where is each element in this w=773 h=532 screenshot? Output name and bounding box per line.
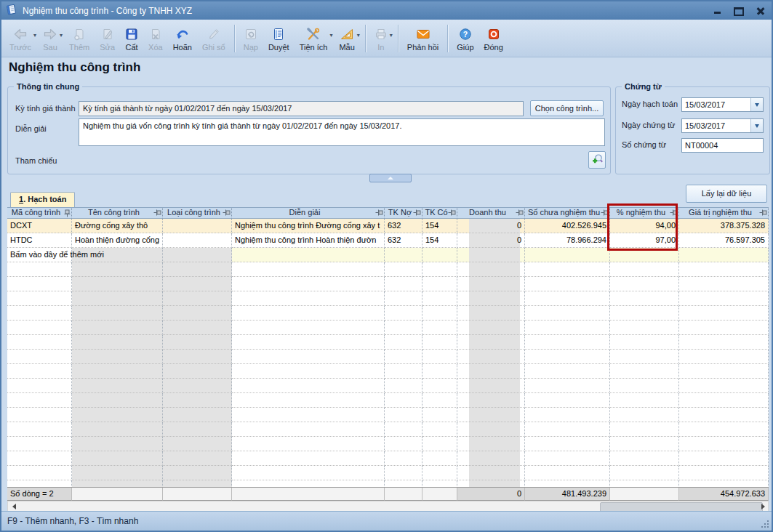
toolbar-separator <box>447 25 448 52</box>
choose-project-button[interactable]: Chọn công trình... <box>530 100 604 116</box>
toolbar-button-help[interactable]: ?Giúp <box>452 24 478 53</box>
toolbar-button-save[interactable]: Cất <box>120 24 143 53</box>
table-row[interactable]: HTDCHoàn thiện đường cốngNghiệm thu công… <box>7 233 769 248</box>
cell-value <box>679 335 769 350</box>
column-header-percent[interactable]: % nghiệm thu <box>610 208 679 219</box>
toolbar-button-utilities[interactable]: Tiện ích <box>295 24 333 53</box>
cell-debit <box>385 350 422 364</box>
cell-revenue <box>457 364 525 379</box>
cell-remaining[interactable]: 402.526.945 <box>525 219 610 233</box>
cell-name <box>72 451 163 466</box>
maximize-button[interactable] <box>734 5 744 17</box>
cell-desc[interactable] <box>232 248 385 262</box>
titlebar: Nghiệm thu công trình - Công ty TNHH XYZ <box>1 1 772 20</box>
delete-icon <box>149 26 162 42</box>
dropdown-caret-icon[interactable]: ▾ <box>357 32 360 39</box>
scroll-right-icon[interactable] <box>761 504 765 509</box>
cell-name <box>72 262 163 277</box>
toolbar-button-template[interactable]: Mẫu <box>334 24 359 53</box>
add-new-row[interactable]: Bấm vào đây để thêm mới <box>7 248 769 262</box>
cell-value <box>679 291 769 306</box>
close-window-button[interactable] <box>756 5 766 17</box>
cell-credit <box>422 393 457 408</box>
close-app-icon <box>487 26 500 42</box>
cell-name <box>72 393 163 408</box>
tab-hach-toan[interactable]: 1. Hạch toán <box>10 192 75 207</box>
cell-percent <box>610 393 679 408</box>
chevron-down-icon[interactable] <box>750 98 763 111</box>
dropdown-caret-icon[interactable]: ▾ <box>329 32 332 39</box>
cell-type[interactable] <box>163 219 232 233</box>
toolbar-button-approve[interactable]: Duyệt <box>263 24 295 53</box>
reload-data-button[interactable]: Lấy lại dữ liệu <box>686 185 767 203</box>
summary-cell-remaining: 481.493.239 <box>525 488 610 501</box>
table-row[interactable]: DCXTĐường cống xây thôNghiệm thu công tr… <box>7 219 769 233</box>
cell-desc[interactable]: Nghiệm thu công trình Đường cống xây t <box>232 219 385 233</box>
add-new-row-label[interactable]: Bấm vào đây để thêm mới <box>10 248 104 262</box>
column-header-desc[interactable]: Diễn giải <box>232 208 385 219</box>
cell-debit[interactable]: 632 <box>385 233 422 248</box>
cell-name <box>72 350 163 364</box>
column-header-revenue[interactable]: Doanh thu <box>457 208 525 219</box>
cell-desc <box>232 379 385 393</box>
resize-grip[interactable] <box>767 526 769 528</box>
cell-desc[interactable]: Nghiệm thu công trình Hoàn thiện đườn <box>232 233 385 248</box>
toolbar-button-feedback[interactable]: Phản hồi <box>402 24 444 53</box>
cell-remaining[interactable] <box>525 248 610 262</box>
cell-debit[interactable] <box>385 248 422 262</box>
summary-cell-revenue: 0 <box>457 488 525 501</box>
cell-revenue[interactable]: 0 <box>457 233 525 248</box>
column-header-code[interactable]: Mã công trình <box>7 208 72 219</box>
cell-credit[interactable]: 154 <box>422 233 457 248</box>
document-date-combo[interactable]: 15/03/2017 <box>681 118 764 133</box>
cell-remaining[interactable]: 78.966.294 <box>525 233 610 248</box>
cell-revenue <box>457 393 525 408</box>
cell-percent[interactable]: 94,00 <box>610 219 679 233</box>
cell-debit[interactable]: 632 <box>385 219 422 233</box>
cell-code[interactable]: HTDC <box>7 233 72 248</box>
posting-date-combo[interactable]: 15/03/2017 <box>681 97 764 112</box>
cell-code <box>7 422 72 437</box>
column-header-debit[interactable]: TK Nợ <box>385 208 422 219</box>
column-header-value[interactable]: Giá trị nghiệm thu <box>679 208 769 219</box>
cell-type[interactable] <box>163 248 232 262</box>
cell-credit[interactable] <box>422 248 457 262</box>
chevron-down-icon[interactable] <box>750 119 763 132</box>
cell-percent[interactable] <box>610 248 679 262</box>
document-no-field[interactable]: NT00004 <box>681 138 764 153</box>
toolbar-item: Sau▾ <box>38 24 64 53</box>
cell-value[interactable]: 76.597.305 <box>679 233 769 248</box>
column-header-remaining[interactable]: Số chưa nghiệm thu <box>525 208 610 219</box>
description-field[interactable]: Nghiệm thu giá vốn công trình kỳ tính gi… <box>79 118 605 146</box>
summary-cell-credit <box>422 488 457 501</box>
column-header-credit[interactable]: TK Có <box>422 208 457 219</box>
cell-remaining <box>525 393 610 408</box>
cell-name[interactable]: Hoàn thiện đường cống <box>72 233 163 248</box>
scroll-left-icon[interactable] <box>12 504 16 509</box>
cell-type[interactable] <box>163 233 232 248</box>
cell-revenue[interactable]: 0 <box>457 219 525 233</box>
toolbar-button-close-app[interactable]: Đóng <box>479 24 508 53</box>
splitter-collapse-handle[interactable] <box>369 174 412 182</box>
column-header-type[interactable]: Loại công trình <box>163 208 232 219</box>
cell-revenue[interactable] <box>457 248 525 262</box>
cell-value[interactable] <box>679 248 769 262</box>
document-no-label: Số chứng từ <box>622 140 666 149</box>
cell-name[interactable]: Đường cống xây thô <box>72 219 163 233</box>
dropdown-caret-icon: ▾ <box>33 32 36 39</box>
feedback-icon <box>416 26 430 42</box>
minimize-button[interactable] <box>712 5 722 17</box>
toolbar-button-undo[interactable]: Hoãn <box>168 24 197 53</box>
column-header-name[interactable]: Tên công trình <box>72 208 163 219</box>
toolbar-item: Hoãn <box>168 24 197 53</box>
cell-type <box>163 350 232 364</box>
cell-desc <box>232 321 385 335</box>
cell-credit[interactable]: 154 <box>422 219 457 233</box>
write-icon <box>207 26 220 42</box>
period-field[interactable]: Kỳ tính giá thành từ ngày 01/02/2017 đến… <box>79 101 524 116</box>
cell-percent[interactable]: 97,00 <box>610 233 679 248</box>
cell-value[interactable]: 378.375.328 <box>679 219 769 233</box>
reference-add-button[interactable] <box>588 151 606 169</box>
cell-desc <box>232 364 385 379</box>
cell-code[interactable]: DCXT <box>7 219 72 233</box>
